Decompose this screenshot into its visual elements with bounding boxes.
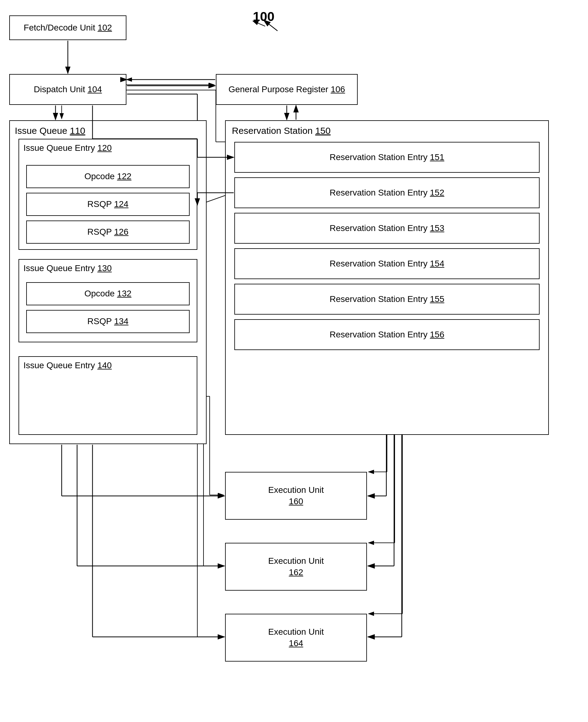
rs-entry-152: Reservation Station Entry 152 <box>234 177 540 208</box>
rs-entry-152-ref: 152 <box>430 188 444 198</box>
exec-unit-162-ref: 162 <box>289 568 303 577</box>
rs-entry-155: Reservation Station Entry 155 <box>234 284 540 315</box>
opcode-122: Opcode 122 <box>26 165 190 188</box>
rs-entry-156-ref: 156 <box>430 330 444 339</box>
issue-queue-label: Issue Queue <box>15 125 67 136</box>
exec-unit-160-label: Execution Unit <box>268 485 324 495</box>
fetch-decode-ref: 102 <box>98 23 112 33</box>
iq-entry-120-label: Issue Queue Entry <box>23 143 95 153</box>
iq-entry-130-label: Issue Queue Entry <box>23 263 95 273</box>
opcode-132-ref: 132 <box>117 289 132 298</box>
issue-queue-ref: 110 <box>70 125 85 136</box>
rs-entry-155-ref: 155 <box>430 294 444 304</box>
rsqp-134-label: RSQP <box>87 316 112 326</box>
rs-entry-154: Reservation Station Entry 154 <box>234 248 540 279</box>
diagram-ref: 100 <box>253 9 274 24</box>
exec-unit-160-ref: 160 <box>289 497 303 506</box>
rs-entry-153: Reservation Station Entry 153 <box>234 213 540 244</box>
rs-entry-153-label: Reservation Station Entry <box>330 223 428 233</box>
rsqp-126-ref: 126 <box>114 227 129 236</box>
exec-unit-160: Execution Unit 160 <box>225 472 367 520</box>
dispatch-unit: Dispatch Unit 104 <box>9 74 126 105</box>
iq-entry-140-ref: 140 <box>98 360 112 370</box>
rsqp-134: RSQP 134 <box>26 310 190 333</box>
rs-entry-151: Reservation Station Entry 151 <box>234 142 540 173</box>
rs-entry-151-label: Reservation Station Entry <box>330 152 428 162</box>
rs-entry-154-ref: 154 <box>430 259 444 268</box>
iq-entry-120-ref: 120 <box>98 143 112 153</box>
dispatch-unit-label: Dispatch Unit <box>34 84 85 94</box>
rsqp-124-ref: 124 <box>114 199 129 209</box>
rsqp-134-ref: 134 <box>114 316 129 326</box>
gpr-unit: General Purpose Register 106 <box>216 74 358 105</box>
rs-entry-151-ref: 151 <box>430 152 444 162</box>
opcode-132-label: Opcode <box>84 289 115 298</box>
gpr-label: General Purpose Register <box>229 84 329 94</box>
rs-entry-153-ref: 153 <box>430 223 444 233</box>
rs-entry-152-label: Reservation Station Entry <box>330 188 428 198</box>
exec-unit-164: Execution Unit 164 <box>225 614 367 662</box>
exec-unit-162-label: Execution Unit <box>268 556 324 565</box>
exec-unit-164-label: Execution Unit <box>268 627 324 637</box>
iq-entry-140: Issue Queue Entry 140 <box>19 356 197 435</box>
exec-unit-162: Execution Unit 162 <box>225 543 367 591</box>
opcode-122-label: Opcode <box>84 171 115 181</box>
rsqp-126-label: RSQP <box>87 227 112 236</box>
iq-entry-130-ref: 130 <box>98 263 112 273</box>
rsqp-124: RSQP 124 <box>26 193 190 216</box>
rs-entry-156: Reservation Station Entry 156 <box>234 319 540 350</box>
iq-entry-140-label: Issue Queue Entry <box>23 360 95 370</box>
exec-unit-164-ref: 164 <box>289 638 303 648</box>
fetch-decode-label: Fetch/Decode Unit <box>24 23 95 33</box>
opcode-122-ref: 122 <box>117 171 132 181</box>
rsqp-126: RSQP 126 <box>26 221 190 244</box>
dispatch-unit-ref: 104 <box>88 84 102 94</box>
reservation-station-ref: 150 <box>315 125 331 136</box>
reservation-station-label: Reservation Station <box>232 125 313 136</box>
diagram: 100 <box>0 0 588 722</box>
fetch-decode-unit: Fetch/Decode Unit 102 <box>9 16 126 40</box>
gpr-ref: 106 <box>331 84 345 94</box>
rs-entry-155-label: Reservation Station Entry <box>330 294 428 304</box>
rsqp-124-label: RSQP <box>87 199 112 209</box>
rs-entry-154-label: Reservation Station Entry <box>330 259 428 268</box>
rs-entry-156-label: Reservation Station Entry <box>330 330 428 339</box>
opcode-132: Opcode 132 <box>26 282 190 305</box>
